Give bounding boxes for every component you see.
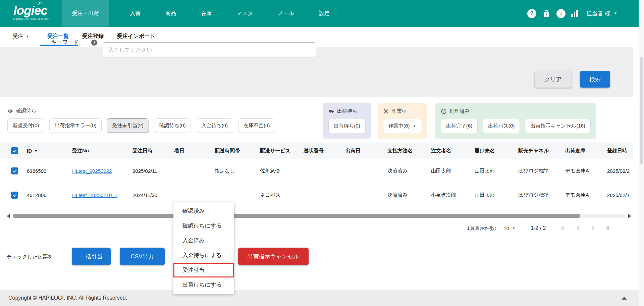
column-header-arrival-date: 着日 — [174, 143, 215, 159]
cell-order-date: 2025/02/11 — [132, 159, 174, 183]
scroll-top-icon[interactable] — [622, 297, 627, 300]
cell-registered: 2025/09/2 — [607, 159, 633, 183]
chevron-down-icon: ▼ — [614, 12, 617, 15]
filter-section-title: 作業中 — [392, 108, 407, 114]
orders-menu[interactable]: 受注 ▼ — [12, 33, 29, 40]
vertical-scrollbar[interactable] — [639, 0, 644, 306]
scroll-right-icon[interactable] — [628, 214, 631, 218]
filter-ship-pass[interactable]: 出荷パス(0) — [483, 119, 520, 133]
cell-ship-date — [345, 183, 387, 207]
column-header-id[interactable]: ID ▼ — [27, 148, 70, 154]
clear-button[interactable]: クリア — [535, 71, 572, 88]
filter-shipped[interactable]: 出荷完了(6) — [441, 119, 478, 133]
table-row: 6366590 HLtest_20250922 2025/02/11 指定なし … — [0, 159, 633, 183]
checked-slips-label: チェックした伝票を — [7, 254, 53, 260]
logo-text: logiec — [13, 4, 50, 17]
top-navbar: logiec logistics enterprise connector 受注… — [0, 0, 644, 27]
scroll-left-icon[interactable] — [7, 214, 10, 218]
search-button[interactable]: 検索 — [580, 71, 610, 88]
cancel-shipping-button[interactable]: 出荷指示キャンセル — [238, 248, 309, 265]
filter-shipping-error[interactable]: 出荷指示エラー(0) — [49, 118, 102, 133]
filter-ship-cancelled[interactable]: 出荷指示キャンセル(16) — [525, 119, 590, 133]
nav-item-arrivals[interactable]: 入荷 — [117, 0, 153, 27]
pagination: 1頁表示件数: 10 ▼ 1-2 / 2 — [467, 224, 611, 232]
tab-order-import[interactable]: 受注インポート — [117, 33, 155, 40]
cell-id: 6366590 — [27, 159, 72, 183]
chevron-down-icon: ▼ — [512, 226, 515, 230]
info-icon[interactable]: i — [556, 9, 566, 18]
nav-item-settings[interactable]: 設定 — [307, 0, 342, 27]
truck-icon — [328, 108, 334, 114]
table-header-row: ID ▼ 受注No 受注日時 着日 配送時間帯 配送サービス 送状番号 出荷日 … — [0, 143, 633, 159]
cell-delivery-slot: 指定なし — [215, 159, 260, 183]
cell-tracking-no — [304, 159, 345, 183]
filter-section-working: 作業中 作業中(6) ▼ — [378, 103, 427, 139]
menu-item-set-pending-payment[interactable]: 入金待ちにする — [173, 248, 234, 263]
pagination-prev-icon[interactable] — [575, 225, 581, 232]
column-header-tracking-no: 送状番号 — [304, 143, 345, 159]
nav-item-stock[interactable]: 在庫 — [189, 0, 224, 27]
cell-orderer: 山田太郎 — [431, 159, 475, 183]
column-header-payment: 支払方法名 — [387, 143, 431, 159]
csv-export-button[interactable]: CSV出力 — [120, 248, 165, 265]
hscroll-track[interactable] — [12, 214, 626, 218]
menu-item-order-allocate[interactable]: 受注引当 — [173, 263, 234, 277]
menu-item-paid[interactable]: 入金済み — [173, 233, 234, 248]
column-header-registered: 登録日時 — [607, 143, 633, 159]
navbar-right: ? i 担当者 様 ▼ — [527, 0, 617, 27]
select-all-checkbox[interactable] — [11, 147, 18, 154]
cell-warehouse: デモ倉庫A — [565, 159, 607, 183]
copyright-text: Copyright © HAPILOGI, INC. All Rights Re… — [8, 295, 127, 301]
filter-pending-payment[interactable]: 入金待ち(0) — [196, 118, 233, 133]
pagination-last-icon[interactable] — [604, 225, 611, 232]
filter-pending-confirm[interactable]: 確認待ち(0) — [154, 118, 191, 133]
filter-new-orders[interactable]: 新規受付(0) — [7, 118, 44, 133]
menu-item-confirmed[interactable]: 確認済み — [173, 204, 234, 218]
bag-icon[interactable] — [542, 9, 551, 18]
cell-orderer: 小泉進次郎 — [431, 183, 475, 207]
bulk-allocate-button[interactable]: 一括引当 — [72, 248, 111, 265]
menu-item-set-awaiting-shipment[interactable]: 出荷待ちにする — [173, 277, 234, 292]
filter-awaiting-shipment[interactable]: 出荷待ち(0) — [328, 119, 366, 133]
per-page-label: 1頁表示件数: — [467, 225, 496, 232]
column-header-order-no: 受注No — [72, 143, 132, 159]
column-header-order-date: 受注日時 — [132, 143, 174, 159]
row-checkbox[interactable] — [11, 192, 18, 199]
per-page-select[interactable]: 10 ▼ — [504, 225, 516, 231]
order-no-link[interactable]: HLtest_20250922 — [72, 168, 112, 174]
help-icon[interactable]: ? — [527, 9, 536, 18]
filter-unallocated[interactable]: 受注未引当(2) — [107, 118, 149, 133]
order-no-link[interactable]: HLtest_20230210_1 — [72, 192, 117, 198]
cell-recipient: 山田太郎 — [475, 183, 518, 207]
filter-working-dropdown[interactable]: 作業中(6) ▼ — [383, 119, 421, 133]
pagination-next-icon[interactable] — [589, 225, 596, 232]
hscroll-thumb[interactable] — [13, 214, 580, 218]
tab-order-register[interactable]: 受注登録 — [82, 33, 104, 40]
page-range: 1-2 / 2 — [531, 225, 546, 231]
pagination-first-icon[interactable] — [560, 225, 567, 232]
cell-id: 4612806 — [27, 183, 72, 207]
keyword-input[interactable] — [103, 42, 316, 57]
filter-section-title: 出荷待ち — [337, 108, 357, 114]
column-header-delivery-service: 配送サービス — [260, 143, 304, 159]
user-menu[interactable]: 担当者 様 ▼ — [586, 10, 618, 17]
filter-out-of-stock[interactable]: 在庫不足(0) — [238, 118, 275, 133]
nav-item-orders-shipping[interactable]: 受注・出荷 — [62, 0, 109, 27]
nav-item-master[interactable]: マスタ — [224, 0, 265, 27]
nav-item-products[interactable]: 商品 — [153, 0, 189, 27]
active-tab-indicator — [40, 45, 78, 46]
cell-warehouse: デモ倉庫A — [565, 183, 607, 207]
stats-icon[interactable] — [571, 10, 578, 17]
menu-item-set-pending-confirm[interactable]: 確認待ちにする — [173, 218, 234, 233]
cell-tracking-no — [304, 183, 345, 207]
keyword-info-icon[interactable]: i — [91, 40, 97, 46]
row-checkbox[interactable] — [11, 167, 18, 174]
logiec-logo[interactable]: logiec logistics enterprise connector — [13, 4, 50, 20]
footer: Copyright © HAPILOGI, INC. All Rights Re… — [0, 290, 639, 306]
sort-desc-icon: ▼ — [34, 149, 38, 153]
cell-payment: 決済済み — [387, 159, 431, 183]
nav-item-mail[interactable]: メール — [265, 0, 307, 27]
eye-icon — [7, 108, 13, 114]
vscroll-thumb[interactable] — [640, 57, 643, 164]
filter-section-awaiting-shipment: 出荷待ち 出荷待ち(0) — [323, 103, 371, 139]
